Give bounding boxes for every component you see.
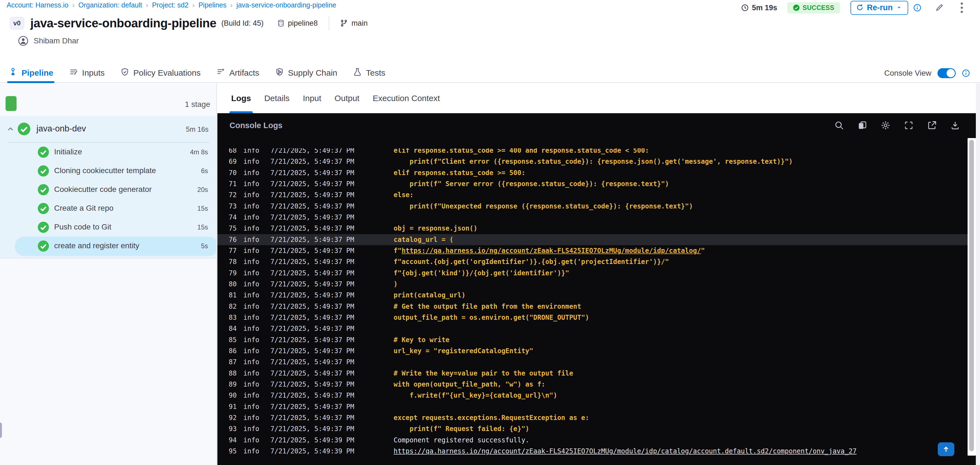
download-icon[interactable] <box>950 120 960 131</box>
tab-artifacts[interactable]: Artifacts <box>216 63 259 83</box>
log-row: 74info7/21/2025, 5:49:37 PM <box>217 212 967 223</box>
log-level: info <box>243 213 262 221</box>
log-timestamp: 7/21/2025, 5:49:39 PM <box>270 436 358 444</box>
log-line-number: 83 <box>223 314 237 321</box>
step-row[interactable]: create and register entity5s <box>0 236 216 256</box>
tab-tests[interactable]: Tests <box>353 63 385 83</box>
log-row: 88info7/21/2025, 5:49:37 PM# Write the k… <box>217 368 967 379</box>
log-link[interactable]: https://qa.harness.io/ng/account/zEaak-F… <box>402 247 701 255</box>
log-line-number: 95 <box>223 448 237 455</box>
breadcrumb-item[interactable]: java-service-onboarding-pipeline <box>236 1 336 9</box>
run-meta: 5m 19s SUCCESS Re-run <box>741 0 964 15</box>
log-level: info <box>243 180 262 188</box>
log-row: 83info7/21/2025, 5:49:37 PMoutput_file_p… <box>217 312 967 323</box>
version-badge[interactable]: v0 <box>10 17 24 30</box>
log-link[interactable]: https://qa.harness.io/ng/account/zEaak-F… <box>394 448 856 455</box>
step-row[interactable]: Initialize4m 8s <box>0 143 216 162</box>
log-level: info <box>243 158 262 165</box>
log-text: f"account.{obj.get('orgIdentifier')}.{ob… <box>394 258 669 266</box>
step-success-icon <box>37 202 49 214</box>
log-tab-execution-context[interactable]: Execution Context <box>372 83 440 113</box>
tab-inputs[interactable]: Inputs <box>69 63 105 83</box>
step-row[interactable]: Cloning cookiecutter template6s <box>0 162 216 180</box>
log-level: info <box>243 336 262 344</box>
step-row[interactable]: Cookiecutter code generator20s <box>0 180 216 199</box>
log-text: f"https://qa.harness.io/ng/account/zEaak… <box>394 247 705 255</box>
log-line-number: 94 <box>223 436 237 444</box>
log-timestamp: 7/21/2025, 5:49:37 PM <box>270 269 358 277</box>
tab-policy-evaluations[interactable]: Policy Evaluations <box>120 63 200 83</box>
log-timestamp: 7/21/2025, 5:49:37 PM <box>270 202 358 210</box>
log-level: info <box>243 448 262 455</box>
console-view-info-icon[interactable] <box>962 69 970 77</box>
log-timestamp: 7/21/2025, 5:49:37 PM <box>270 213 358 221</box>
log-line-number: 90 <box>223 392 237 399</box>
fullscreen-icon[interactable] <box>904 120 914 131</box>
branch-chip[interactable]: main <box>340 19 368 28</box>
console-scrollbar-thumb[interactable] <box>969 140 974 451</box>
log-line-number: 79 <box>223 269 237 277</box>
pipeline-tag[interactable]: pipeline8 <box>277 19 318 28</box>
log-text: print(catalog_url) <box>394 291 465 299</box>
log-text: # Key to write <box>394 336 449 344</box>
log-line-number: 89 <box>223 381 237 388</box>
breadcrumb-item[interactable]: Pipelines <box>198 1 226 9</box>
tab-supply-chain[interactable]: Supply Chain <box>275 63 337 83</box>
page-scroll-area[interactable] <box>976 83 980 465</box>
stage-row[interactable]: java-onb-dev 5m 16s <box>0 116 216 142</box>
log-timestamp: 7/21/2025, 5:49:37 PM <box>270 258 358 266</box>
breadcrumb-item[interactable]: Organization: default <box>78 1 142 9</box>
log-text: elif response.status_code >= 400 and res… <box>394 148 649 154</box>
console-view-label: Console View <box>884 69 931 78</box>
step-success-icon <box>37 184 49 196</box>
search-icon[interactable] <box>834 120 845 131</box>
run-info-icon[interactable] <box>913 3 922 13</box>
log-row: 95info7/21/2025, 5:49:39 PMhttps://qa.ha… <box>217 446 967 457</box>
console-panel: Console Logs 68info7/21/2025, 5:49:37 PM… <box>217 113 976 465</box>
log-level: info <box>243 247 262 255</box>
console-view-toggle[interactable] <box>937 68 956 78</box>
breadcrumb-item[interactable]: Account: Harness.io <box>6 1 68 9</box>
edit-pencil-icon[interactable] <box>935 3 944 13</box>
log-line-number: 74 <box>223 213 237 221</box>
log-level: info <box>243 381 262 388</box>
log-text: f.write(f"{url_key}={catalog_url}\n") <box>394 392 557 399</box>
copy-icon[interactable] <box>857 120 868 131</box>
clock-icon <box>741 3 749 12</box>
inputs-icon <box>69 67 78 79</box>
supply-chain-icon <box>275 67 284 79</box>
scroll-top-button[interactable] <box>938 442 954 456</box>
console-scrollbar[interactable] <box>967 138 976 455</box>
open-in-new-icon[interactable] <box>927 120 937 131</box>
log-level: info <box>243 224 262 232</box>
log-tab-input[interactable]: Input <box>303 83 321 113</box>
log-level: info <box>243 325 262 332</box>
more-options-icon[interactable] <box>959 2 964 14</box>
run-duration: 5m 19s <box>741 3 777 12</box>
rerun-button[interactable]: Re-run <box>850 1 908 15</box>
log-text: with open(output_file_path, "w") as f: <box>394 381 545 388</box>
step-row[interactable]: Push code to Git15s <box>0 218 216 236</box>
stage-status-square[interactable] <box>6 96 17 111</box>
breadcrumb-separator: › <box>231 2 232 9</box>
chevron-up-icon[interactable] <box>6 125 15 134</box>
log-tab-output[interactable]: Output <box>334 83 360 113</box>
log-timestamp: 7/21/2025, 5:49:37 PM <box>270 358 358 366</box>
log-row: 79info7/21/2025, 5:49:37 PMf"{obj.get('k… <box>217 268 967 279</box>
log-level: info <box>243 314 262 321</box>
settings-icon[interactable] <box>880 120 891 131</box>
log-text: # Write the key=value pair to the output… <box>394 370 573 377</box>
step-row[interactable]: Create a Git repo15s <box>0 199 216 218</box>
step-success-icon <box>37 146 49 158</box>
log-text: print(f" Server error ({response.status_… <box>394 180 669 188</box>
drawer-handle[interactable] <box>0 422 2 438</box>
log-view: 68info7/21/2025, 5:49:37 PMelif response… <box>217 148 967 465</box>
log-row: 85info7/21/2025, 5:49:37 PM# Key to writ… <box>217 334 967 346</box>
log-tab-logs[interactable]: Logs <box>231 83 251 113</box>
log-text: url_key = "registeredCatalogEntity" <box>394 347 533 355</box>
log-text: else: <box>394 191 414 199</box>
log-tab-details[interactable]: Details <box>264 83 290 113</box>
tab-pipeline[interactable]: Pipeline <box>8 63 53 83</box>
breadcrumb: Account: Harness.io›Organization: defaul… <box>6 1 336 9</box>
breadcrumb-item[interactable]: Project: sd2 <box>152 1 188 9</box>
